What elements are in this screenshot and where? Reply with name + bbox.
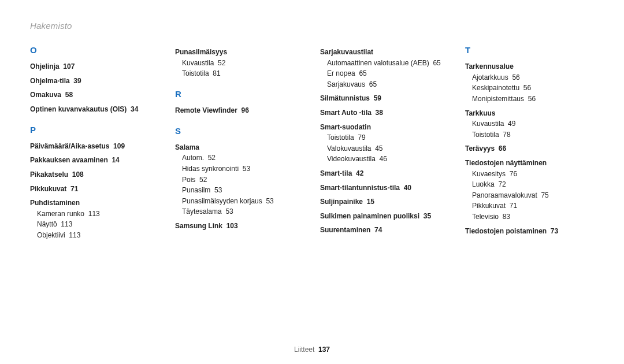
index-subentry: Kuvaesitys 76 <box>472 169 594 180</box>
footer-section: Liitteet <box>294 346 314 354</box>
index-column: OOhjelinja 107Ohjelma-tila 39Omakuva 58O… <box>30 43 159 241</box>
index-entry: Tarkennusalue <box>465 61 594 72</box>
index-entry: Remote Viewfinder 96 <box>175 105 304 116</box>
page-title: Hakemisto <box>30 21 594 31</box>
index-entry: Smart-tila 42 <box>320 168 449 179</box>
index-entry: Terävyys 66 <box>465 143 594 154</box>
index-entry: Tarkkuus <box>465 108 594 119</box>
index-entry: Samsung Link 103 <box>175 221 304 232</box>
index-columns: OOhjelinja 107Ohjelma-tila 39Omakuva 58O… <box>30 43 594 241</box>
footer-page-number: 137 <box>318 346 330 354</box>
index-entry: Ohjelinja 107 <box>30 61 159 72</box>
index-subentry: Kuvaustila 49 <box>472 118 594 129</box>
index-letter: R <box>175 87 304 101</box>
index-subentry: Kuvaustila 52 <box>182 58 304 69</box>
index-subentry: Monipistemittaus 56 <box>472 94 594 105</box>
index-letter: S <box>175 124 304 138</box>
index-entry: Tiedostojen näyttäminen <box>465 158 594 169</box>
index-subentry: Ajotarkkuus 56 <box>472 72 594 83</box>
index-entry: Puhdistaminen <box>30 198 159 209</box>
footer: Liitteet 137 <box>0 346 624 354</box>
index-letter: O <box>30 43 159 57</box>
index-subentry: Er nopea 65 <box>327 68 449 79</box>
index-entry: Silmätunnistus 59 <box>320 93 449 104</box>
index-subentry: Valokuvaustila 45 <box>327 143 449 154</box>
index-column: SarjakuvaustilatAutomaattinen valotusalu… <box>320 43 449 241</box>
index-letter: T <box>465 43 594 57</box>
index-entry: Smart-tilantunnistus-tila 40 <box>320 183 449 194</box>
index-entry: Sulkimen painaminen puoliksi 35 <box>320 211 449 222</box>
index-subentry: Kameran runko 113 <box>37 209 159 220</box>
index-column: PunasilmäisyysKuvaustila 52Toistotila 81… <box>175 43 304 241</box>
index-entry: Smart Auto -tila 38 <box>320 107 449 118</box>
index-subentry: Toistotila 79 <box>327 132 449 143</box>
index-subentry: Panoraamavalokuvat 75 <box>472 190 594 201</box>
index-entry: Pakkauksen avaaminen 14 <box>30 155 159 166</box>
index-subentry: Televisio 83 <box>472 211 594 222</box>
index-subentry: Pois 52 <box>182 174 304 185</box>
index-subentry: Hidas synkronointi 53 <box>182 164 304 174</box>
index-subentry: Toistotila 81 <box>182 68 304 79</box>
index-entry: Ohjelma-tila 39 <box>30 76 159 87</box>
index-subentry: Luokka 72 <box>472 179 594 190</box>
index-entry: Pikkukuvat 71 <box>30 184 159 195</box>
index-entry: Pikakatselu 108 <box>30 169 159 180</box>
index-entry: Omakuva 58 <box>30 90 159 101</box>
index-subentry: Toistotila 78 <box>472 129 594 140</box>
index-column: TTarkennusalueAjotarkkuus 56Keskipainote… <box>465 43 594 241</box>
index-subentry: Punasilm 53 <box>182 185 304 196</box>
manual-index-page: Hakemisto OOhjelinja 107Ohjelma-tila 39O… <box>0 0 624 364</box>
index-subentry: Punasilmäisyyden korjaus 53 <box>182 196 304 207</box>
index-subentry: Autom. 52 <box>182 153 304 164</box>
index-subentry: Automaattinen valotusalue (AEB) 65 <box>327 58 449 69</box>
index-letter: P <box>30 123 159 136</box>
index-subentry: Pikkukuvat 71 <box>472 200 594 211</box>
index-entry: Punasilmäisyys <box>175 47 304 58</box>
index-entry: Optinen kuvanvakautus (OIS) 34 <box>30 104 159 115</box>
index-entry: Salama <box>175 142 304 153</box>
index-entry: Sarjakuvaustilat <box>320 47 449 58</box>
index-entry: Tiedostojen poistaminen 73 <box>465 226 594 237</box>
index-entry: Suurentaminen 74 <box>320 225 449 236</box>
index-subentry: Sarjakuvaus 65 <box>327 79 449 90</box>
index-entry: Suljinpainike 15 <box>320 196 449 207</box>
index-entry: Smart-suodatin <box>320 122 449 133</box>
index-subentry: Näyttö 113 <box>37 219 159 230</box>
index-entry: Päivämäärä/Aika-asetus 109 <box>30 141 159 152</box>
index-subentry: Täytesalama 53 <box>182 206 304 217</box>
index-subentry: Videokuvaustila 46 <box>327 154 449 165</box>
index-subentry: Objektiivi 113 <box>37 230 159 241</box>
index-subentry: Keskipainotettu 56 <box>472 83 594 94</box>
